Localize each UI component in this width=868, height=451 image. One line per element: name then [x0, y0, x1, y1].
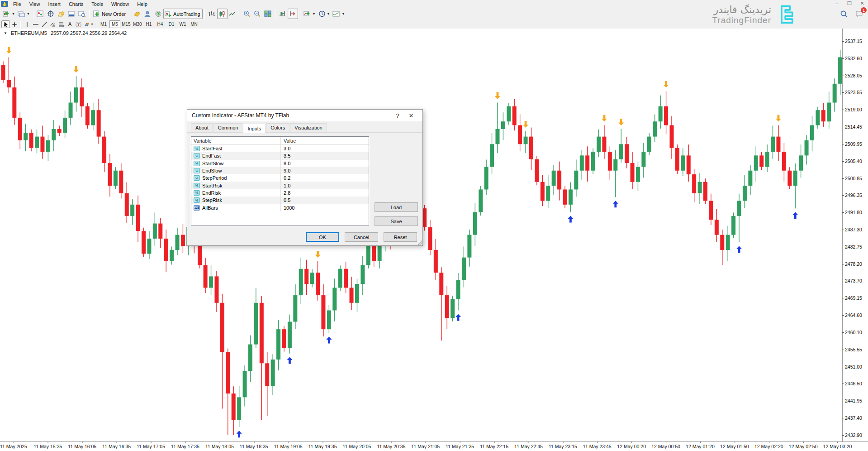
- data-window-button[interactable]: [46, 9, 56, 19]
- variable-value[interactable]: 8.0: [281, 161, 369, 166]
- tile-windows-button[interactable]: [263, 9, 273, 19]
- line-chart-button[interactable]: [228, 9, 238, 19]
- table-row[interactable]: ½StartRisk1.0: [191, 182, 369, 189]
- variable-value[interactable]: 9.0: [281, 168, 369, 173]
- menu-window[interactable]: Window: [107, 1, 133, 7]
- variable-value[interactable]: 1.0: [281, 183, 369, 188]
- table-row[interactable]: ½StartSlow8.0: [191, 160, 369, 167]
- text-label-tool-button[interactable]: T: [74, 20, 83, 28]
- timeframe-m5[interactable]: M5: [109, 20, 120, 28]
- chart-shift-button[interactable]: [288, 9, 298, 19]
- table-row[interactable]: 123AllBars1000: [191, 204, 369, 211]
- shapes-tool-button[interactable]: ▼: [83, 20, 94, 28]
- chevron-down-icon: ▼: [313, 12, 316, 15]
- variable-value[interactable]: 3.5: [281, 153, 369, 158]
- buy-signal-arrow-icon: [326, 337, 332, 344]
- save-button[interactable]: Save: [375, 216, 418, 226]
- signals-button[interactable]: [153, 9, 163, 19]
- table-row[interactable]: ½StepPeriod0.2: [191, 174, 369, 182]
- timeframe-h4[interactable]: H4: [155, 20, 166, 28]
- resize-grip-icon[interactable]: [417, 240, 422, 245]
- text-tool-button[interactable]: A: [66, 20, 74, 28]
- table-row[interactable]: ½EndRisk2.8: [191, 189, 369, 197]
- minimize-button[interactable]: –: [834, 0, 840, 6]
- navigator-button[interactable]: [56, 9, 66, 19]
- timeframe-w1[interactable]: W1: [177, 20, 188, 28]
- terminal-button[interactable]: [66, 9, 77, 19]
- variable-value[interactable]: 0.2: [281, 175, 369, 181]
- price-axis[interactable]: 2537.152532.602528.052523.552519.002514.…: [842, 29, 868, 441]
- strategy-tester-button[interactable]: [77, 9, 87, 19]
- symbol-dropdown-icon[interactable]: ▼: [4, 31, 7, 35]
- dialog-titlebar[interactable]: Custom Indicator - AFStar MT4 by TFlab ?…: [187, 110, 422, 121]
- horizontal-line-tool-button[interactable]: [31, 20, 40, 28]
- profiles-button[interactable]: ▼: [16, 9, 31, 19]
- timeframe-d1[interactable]: D1: [166, 20, 177, 28]
- dialog-close-button[interactable]: ✕: [404, 112, 418, 119]
- auto-scroll-button[interactable]: [277, 9, 288, 19]
- variable-value[interactable]: 3.0: [281, 146, 369, 151]
- menu-insert[interactable]: Insert: [44, 1, 65, 7]
- zoom-in-button[interactable]: [242, 9, 252, 19]
- variable-value[interactable]: 2.8: [281, 190, 369, 196]
- table-row[interactable]: ½EndSlow9.0: [191, 167, 369, 174]
- market-watch-button[interactable]: [35, 9, 46, 19]
- tab-inputs[interactable]: Inputs: [243, 124, 266, 133]
- table-row[interactable]: ½StepRisk0.5: [191, 197, 369, 204]
- candlestick-chart-button[interactable]: [217, 9, 228, 19]
- menu-file[interactable]: File: [9, 1, 25, 7]
- inputs-table[interactable]: VariableValue½StartFast3.0½EndFast3.5½St…: [191, 136, 369, 226]
- search-icon[interactable]: [840, 10, 848, 18]
- new-order-button[interactable]: New Order: [91, 9, 128, 19]
- timeframe-mn[interactable]: MN: [189, 20, 199, 28]
- tab-colors[interactable]: Colors: [266, 123, 289, 132]
- chevron-down-icon: ▼: [12, 12, 15, 15]
- timeframe-h1[interactable]: H1: [143, 20, 154, 28]
- load-button[interactable]: Load: [375, 202, 418, 212]
- time-axis-label: 11 May 16:05: [68, 444, 96, 449]
- chart-area[interactable]: ▼ ETHEREUM,M5 2557.09 2567.24 2556.29 25…: [0, 29, 868, 451]
- tab-about[interactable]: About: [191, 123, 213, 132]
- time-axis-label: 12 May 01:50: [720, 444, 749, 449]
- timeframe-m15[interactable]: M15: [121, 20, 132, 28]
- time-axis-label: 11 May 20:35: [377, 444, 405, 449]
- timeframe-m30[interactable]: M30: [132, 20, 143, 28]
- restore-button[interactable]: ❐: [846, 0, 853, 6]
- bar-chart-button[interactable]: [207, 9, 217, 19]
- autotrading-button[interactable]: AutoTrading: [163, 9, 203, 19]
- templates-button[interactable]: ▼: [331, 9, 346, 19]
- close-button[interactable]: ✕: [859, 0, 865, 6]
- cancel-button[interactable]: Cancel: [345, 232, 378, 242]
- notifications-icon[interactable]: 1: [855, 10, 863, 18]
- timeframe-m1[interactable]: M1: [98, 20, 109, 28]
- fibonacci-tool-button[interactable]: F: [57, 20, 66, 28]
- time-axis-label: 11 May 16:35: [102, 444, 131, 449]
- variable-value[interactable]: 1000: [281, 205, 369, 211]
- menu-tools[interactable]: Tools: [87, 1, 107, 7]
- menu-charts[interactable]: Charts: [65, 1, 87, 7]
- experts-button[interactable]: [142, 9, 153, 19]
- ok-button[interactable]: OK: [306, 232, 339, 242]
- table-row[interactable]: ½EndFast3.5: [191, 152, 369, 159]
- variable-name: EndRisk: [202, 190, 221, 196]
- channel-tool-button[interactable]: E: [48, 20, 57, 28]
- vertical-line-tool-button[interactable]: [23, 20, 31, 28]
- zoom-out-button[interactable]: [252, 9, 263, 19]
- time-axis-label: 11 May 23:45: [583, 444, 612, 449]
- table-row[interactable]: ½StartFast3.0: [191, 145, 369, 152]
- time-axis[interactable]: 11 May 202511 May 15:3511 May 16:0511 Ma…: [0, 441, 868, 451]
- menu-help[interactable]: Help: [133, 1, 152, 7]
- dialog-help-button[interactable]: ?: [391, 112, 404, 119]
- cursor-tool-button[interactable]: [1, 20, 10, 28]
- variable-value[interactable]: 0.5: [281, 197, 369, 203]
- indicators-button[interactable]: ▼: [302, 9, 317, 19]
- reset-button[interactable]: Reset: [384, 232, 417, 242]
- tab-visualization[interactable]: Visualization: [290, 123, 327, 132]
- metaeditor-button[interactable]: [132, 9, 142, 19]
- crosshair-tool-button[interactable]: [10, 20, 19, 28]
- periods-button[interactable]: ▼: [317, 9, 332, 19]
- tab-common[interactable]: Common: [213, 123, 243, 132]
- trendline-tool-button[interactable]: [40, 20, 48, 28]
- new-chart-button[interactable]: ▼: [1, 9, 16, 19]
- menu-view[interactable]: View: [25, 1, 44, 7]
